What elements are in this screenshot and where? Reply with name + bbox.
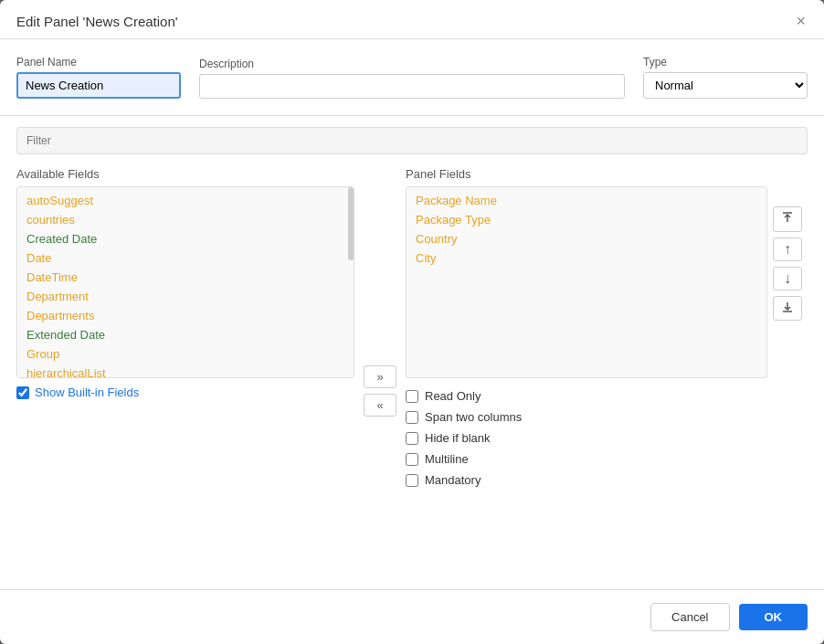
field-item-countries[interactable]: countries xyxy=(17,210,354,229)
sort-up-button[interactable]: ↑ xyxy=(773,238,802,261)
sort-down-button[interactable]: ↓ xyxy=(773,267,802,290)
option-multiline-label: Multiline xyxy=(425,452,469,466)
option-hide-checkbox[interactable] xyxy=(406,432,418,445)
dialog-title: Edit Panel 'News Creation' xyxy=(16,14,178,29)
dialog-header: Edit Panel 'News Creation' × xyxy=(0,0,824,39)
available-fields-list[interactable]: autoSuggest countries Created Date Date … xyxy=(16,186,354,378)
panel-fields-col: Package Name Package Type Country City R… xyxy=(406,186,767,575)
type-label: Type xyxy=(643,56,808,69)
option-read-only-checkbox[interactable] xyxy=(406,390,418,403)
description-group: Description xyxy=(199,58,625,99)
option-hide-if-blank: Hide if blank xyxy=(406,431,767,445)
cancel-button[interactable]: Cancel xyxy=(650,603,729,631)
description-input[interactable] xyxy=(199,74,625,99)
sort-col: ↑ ↓ xyxy=(767,206,808,575)
edit-panel-dialog: Edit Panel 'News Creation' × Panel Name … xyxy=(0,0,824,644)
scrollbar-thumb xyxy=(348,187,354,260)
option-span-two-columns: Span two columns xyxy=(406,410,767,424)
field-item-group[interactable]: Group xyxy=(17,344,354,364)
close-button[interactable]: × xyxy=(794,13,808,29)
option-multiline: Multiline xyxy=(406,452,767,466)
option-multiline-checkbox[interactable] xyxy=(406,453,418,466)
dialog-footer: Cancel OK xyxy=(0,589,824,644)
panel-field-package-type[interactable]: Package Type xyxy=(407,210,766,229)
field-item-hierarchicallist[interactable]: hierarchicalList xyxy=(17,364,354,378)
type-group: Type Normal Tab Collapsible xyxy=(643,56,808,99)
panel-name-input[interactable] xyxy=(16,72,181,99)
option-span-checkbox[interactable] xyxy=(406,411,418,424)
option-read-only-label: Read Only xyxy=(425,389,481,403)
field-item-extended-date[interactable]: Extended Date xyxy=(17,325,354,344)
add-all-button[interactable]: » xyxy=(364,365,396,388)
field-item-departments[interactable]: Departments xyxy=(17,306,354,325)
option-mandatory-checkbox[interactable] xyxy=(406,474,418,487)
filter-input[interactable] xyxy=(16,127,808,154)
two-panel-area: autoSuggest countries Created Date Date … xyxy=(16,186,808,575)
show-builtin-label[interactable]: Show Built-in Fields xyxy=(35,385,139,399)
field-item-department[interactable]: Department xyxy=(17,287,354,306)
section-labels-row: Available Fields Panel Fields xyxy=(16,167,808,181)
form-divider xyxy=(0,115,824,116)
option-span-label: Span two columns xyxy=(425,410,522,424)
sort-bottom-button[interactable] xyxy=(773,296,802,322)
ok-button[interactable]: OK xyxy=(739,604,808,630)
field-item-datetime[interactable]: DateTime xyxy=(17,268,354,287)
panel-field-country[interactable]: Country xyxy=(407,229,766,248)
type-select[interactable]: Normal Tab Collapsible xyxy=(643,72,808,99)
form-row: Panel Name Description Type Normal Tab C… xyxy=(16,56,808,99)
option-read-only: Read Only xyxy=(406,389,767,403)
description-label: Description xyxy=(199,58,625,70)
available-fields-col: autoSuggest countries Created Date Date … xyxy=(16,186,354,575)
panel-name-group: Panel Name xyxy=(16,56,181,99)
options-area: Read Only Span two columns Hide if blank… xyxy=(406,389,767,487)
field-item-autosuggest[interactable]: autoSuggest xyxy=(17,191,354,210)
field-item-date[interactable]: Date xyxy=(17,248,354,268)
sort-top-button[interactable] xyxy=(773,206,802,232)
field-item-created-date[interactable]: Created Date xyxy=(17,229,354,248)
dialog-body: Panel Name Description Type Normal Tab C… xyxy=(0,39,824,575)
show-builtin-checkbox[interactable] xyxy=(16,386,29,399)
panel-name-label: Panel Name xyxy=(16,56,181,69)
option-mandatory-label: Mandatory xyxy=(425,473,481,487)
filter-row xyxy=(16,127,808,154)
panel-field-package-name[interactable]: Package Name xyxy=(407,191,766,210)
option-mandatory: Mandatory xyxy=(406,473,767,487)
show-builtin-row: Show Built-in Fields xyxy=(16,385,354,399)
panel-fields-list[interactable]: Package Name Package Type Country City xyxy=(406,186,767,378)
transfer-col: » « xyxy=(354,206,406,575)
panel-field-city[interactable]: City xyxy=(407,248,766,268)
remove-all-button[interactable]: « xyxy=(364,394,396,417)
available-fields-label: Available Fields xyxy=(16,167,100,181)
option-hide-label: Hide if blank xyxy=(425,431,491,445)
panel-fields-label: Panel Fields xyxy=(406,167,471,181)
